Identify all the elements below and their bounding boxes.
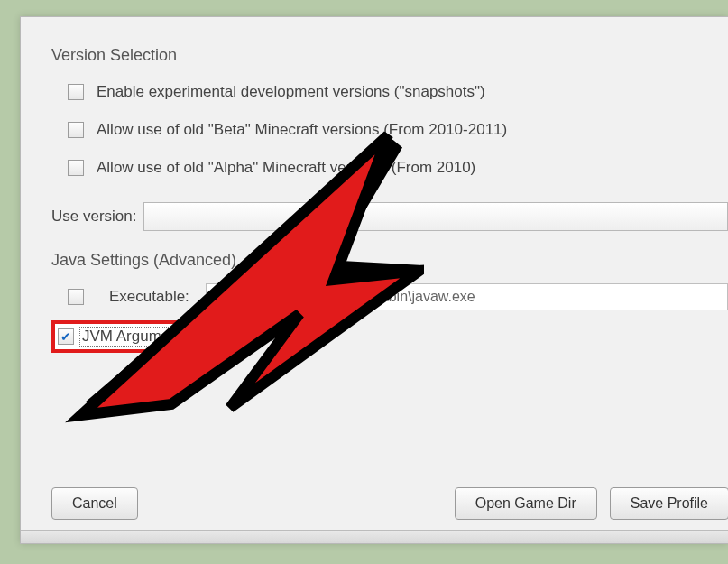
jvm-args-checkbox[interactable] — [58, 328, 74, 345]
alpha-row: Allow use of old "Alpha" Minecraft versi… — [51, 150, 728, 186]
open-game-dir-button[interactable]: Open Game Dir — [455, 487, 597, 520]
window-bottom-edge — [21, 530, 728, 543]
profile-editor-window: Version Selection Enable experimental de… — [20, 16, 728, 544]
use-version-row: Use version: — [51, 199, 728, 235]
version-dropdown[interactable] — [143, 202, 728, 231]
snapshots-row: Enable experimental development versions… — [51, 74, 728, 110]
jvm-args-label: JVM Arguments: — [79, 327, 198, 347]
button-bar: Cancel Open Game Dir Save Profile — [51, 487, 728, 520]
content-area: Version Selection Enable experimental de… — [21, 17, 728, 355]
cancel-button[interactable]: Cancel — [51, 487, 138, 520]
snapshots-checkbox[interactable] — [68, 84, 84, 100]
executable-value: C:\Program Files\Java\jre7\bin\javaw.exe — [214, 289, 475, 305]
executable-label: Executable: — [109, 288, 189, 306]
jvm-args-highlight: JVM Arguments: — [51, 320, 207, 353]
jvm-args-row: JVM Arguments: -Xmx1G — [51, 319, 728, 355]
executable-row: Executable: C:\Program Files\Java\jre7\b… — [51, 279, 728, 315]
beta-label: Allow use of old "Beta" Minecraft versio… — [97, 121, 507, 139]
snapshots-label: Enable experimental development versions… — [97, 83, 485, 101]
jvm-args-value: -Xmx1G — [219, 328, 275, 346]
beta-row: Allow use of old "Beta" Minecraft versio… — [51, 112, 728, 148]
executable-checkbox[interactable] — [68, 289, 84, 305]
beta-checkbox[interactable] — [68, 122, 84, 138]
alpha-label: Allow use of old "Alpha" Minecraft versi… — [97, 159, 475, 177]
version-selection-title: Version Selection — [51, 46, 728, 65]
save-profile-button[interactable]: Save Profile — [610, 487, 728, 520]
alpha-checkbox[interactable] — [68, 160, 84, 176]
executable-field[interactable]: C:\Program Files\Java\jre7\bin\javaw.exe — [206, 283, 728, 310]
use-version-label: Use version: — [51, 208, 136, 226]
java-settings-title: Java Settings (Advanced) — [51, 251, 728, 270]
